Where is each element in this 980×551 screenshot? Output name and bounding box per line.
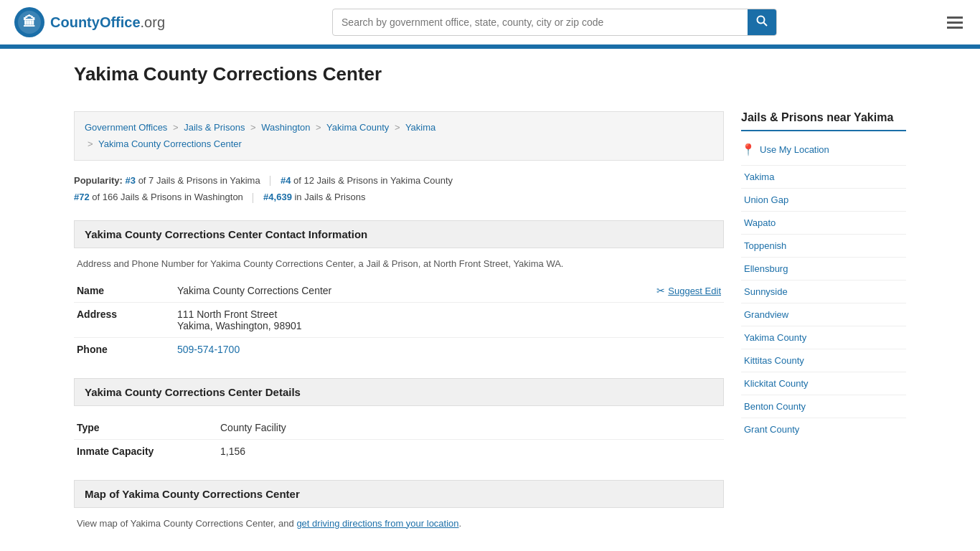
details-type-row: Type County Facility <box>74 416 724 440</box>
use-location-link[interactable]: Use My Location <box>760 144 829 155</box>
popularity-rank3-of: of 166 Jails & Prisons in Washington <box>92 192 243 202</box>
sidebar-link-benton-county[interactable]: Benton County <box>741 395 906 418</box>
menu-button[interactable] <box>944 14 966 32</box>
sidebar-link-item: Yakima <box>741 165 906 188</box>
phone-label: Phone <box>74 337 174 361</box>
address-line1: 111 North Front Street <box>177 309 277 320</box>
search-input[interactable] <box>333 11 748 34</box>
sidebar-link-yakima[interactable]: Yakima <box>741 166 906 188</box>
details-capacity-row: Inmate Capacity 1,156 <box>74 439 724 463</box>
search-icon <box>756 15 768 27</box>
driving-directions-link[interactable]: get driving directions from your locatio… <box>296 518 458 529</box>
breadcrumb-washington[interactable]: Washington <box>261 122 310 133</box>
use-location-area: 📍 Use My Location <box>741 143 906 156</box>
breadcrumb-jails-prisons[interactable]: Jails & Prisons <box>184 122 245 133</box>
logo-area: 🏛 CountyOffice.org <box>14 7 165 37</box>
edit-icon: ✂ <box>656 285 665 296</box>
popularity-rank4: #4,639 <box>263 192 292 202</box>
page-title-area: Yakima County Corrections Center <box>60 63 920 85</box>
contact-section: Yakima County Corrections Center Contact… <box>74 220 724 361</box>
popularity-rank1-of: of 7 Jails & Prisons in Yakima <box>138 175 260 186</box>
search-bar <box>332 9 777 36</box>
location-icon: 📍 <box>741 143 755 156</box>
phone-link[interactable]: 509-574-1700 <box>177 344 240 355</box>
name-label: Name <box>74 279 174 303</box>
name-value: Yakima County Corrections Center ✂Sugges… <box>174 279 724 303</box>
sidebar-link-item: Klickitat County <box>741 372 906 395</box>
popularity-rank2: #4 <box>281 175 291 186</box>
sidebar-link-item: Grant County <box>741 418 906 441</box>
breadcrumb: Government Offices > Jails & Prisons > W… <box>74 111 724 161</box>
suggest-edit-button[interactable]: ✂Suggest Edit <box>656 285 721 296</box>
map-description: View map of Yakima County Corrections Ce… <box>74 518 724 529</box>
address-label: Address <box>74 302 174 337</box>
main-container: Government Offices > Jails & Prisons > W… <box>60 97 920 551</box>
sidebar-link-item: Wapato <box>741 211 906 234</box>
details-section-header: Yakima County Corrections Center Details <box>74 378 724 406</box>
logo-icon: 🏛 <box>14 7 44 37</box>
breadcrumb-yakima[interactable]: Yakima <box>405 122 435 133</box>
content-area: Government Offices > Jails & Prisons > W… <box>74 111 724 546</box>
sidebar-link-item: Union Gap <box>741 188 906 211</box>
sidebar-link-item: Toppenish <box>741 234 906 257</box>
breadcrumb-sep-3: > <box>316 122 321 133</box>
capacity-label: Inmate Capacity <box>74 439 217 463</box>
contact-table: Name Yakima County Corrections Center ✂S… <box>74 279 724 361</box>
sidebar-link-item: Sunnyside <box>741 280 906 303</box>
sidebar-link-item: Ellensburg <box>741 257 906 280</box>
sidebar-link-item: Grandview <box>741 303 906 326</box>
sidebar-link-item: Benton County <box>741 395 906 418</box>
breadcrumb-sep-2: > <box>250 122 256 133</box>
menu-line-3 <box>947 27 963 29</box>
header-divider <box>0 47 980 49</box>
svg-line-4 <box>764 23 768 27</box>
sidebar-link-union-gap[interactable]: Union Gap <box>741 189 906 211</box>
svg-text:🏛: 🏛 <box>23 14 36 29</box>
breadcrumb-sep-5: > <box>88 138 93 149</box>
site-header: 🏛 CountyOffice.org <box>0 0 980 47</box>
breadcrumb-government-offices[interactable]: Government Offices <box>85 122 167 133</box>
popularity-rank2-of: of 12 Jails & Prisons in Yakima County <box>293 175 453 186</box>
sidebar-link-wapato[interactable]: Wapato <box>741 212 906 234</box>
sidebar-link-yakima-county[interactable]: Yakima County <box>741 326 906 349</box>
sidebar-link-grant-county[interactable]: Grant County <box>741 418 906 441</box>
popularity-label: Popularity: <box>74 175 123 186</box>
sidebar-title: Jails & Prisons near Yakima <box>741 111 906 131</box>
popularity-rank3: #72 <box>74 192 90 202</box>
menu-line-1 <box>947 17 963 19</box>
breadcrumb-yakima-county[interactable]: Yakima County <box>326 122 389 133</box>
map-section-header: Map of Yakima County Corrections Center <box>74 480 724 508</box>
contact-phone-row: Phone 509-574-1700 <box>74 337 724 361</box>
phone-value: 509-574-1700 <box>174 337 724 361</box>
popularity-rank4-of: in Jails & Prisons <box>294 192 365 202</box>
sidebar-link-sunnyside[interactable]: Sunnyside <box>741 281 906 303</box>
menu-line-2 <box>947 22 963 24</box>
contact-address-row: Address 111 North Front Street Yakima, W… <box>74 302 724 337</box>
breadcrumb-current[interactable]: Yakima County Corrections Center <box>98 138 242 149</box>
popularity-section: Popularity: #3 of 7 Jails & Prisons in Y… <box>74 172 724 206</box>
capacity-value: 1,156 <box>217 439 724 463</box>
popularity-separator-1 <box>270 176 270 186</box>
address-value: 111 North Front Street Yakima, Washingto… <box>174 302 724 337</box>
type-label: Type <box>74 416 217 440</box>
contact-section-header: Yakima County Corrections Center Contact… <box>74 220 724 248</box>
contact-description: Address and Phone Number for Yakima Coun… <box>74 258 724 269</box>
sidebar-link-klickitat-county[interactable]: Klickitat County <box>741 372 906 395</box>
contact-name-row: Name Yakima County Corrections Center ✂S… <box>74 279 724 303</box>
sidebar-link-item: Yakima County <box>741 326 906 349</box>
sidebar-link-grandview[interactable]: Grandview <box>741 303 906 326</box>
sidebar-link-ellensburg[interactable]: Ellensburg <box>741 258 906 280</box>
page-title: Yakima County Corrections Center <box>74 63 906 85</box>
search-button[interactable] <box>748 9 776 35</box>
sidebar-links-list: YakimaUnion GapWapatoToppenishEllensburg… <box>741 165 906 441</box>
popularity-separator-2 <box>253 193 253 203</box>
details-section: Yakima County Corrections Center Details… <box>74 378 724 463</box>
sidebar-link-item: Kittitas County <box>741 349 906 372</box>
breadcrumb-sep-1: > <box>173 122 179 133</box>
address-line2: Yakima, Washington, 98901 <box>177 320 302 331</box>
sidebar-link-toppenish[interactable]: Toppenish <box>741 235 906 257</box>
details-table: Type County Facility Inmate Capacity 1,1… <box>74 416 724 463</box>
sidebar: Jails & Prisons near Yakima 📍 Use My Loc… <box>741 111 906 546</box>
sidebar-link-kittitas-county[interactable]: Kittitas County <box>741 349 906 372</box>
svg-point-3 <box>758 17 765 24</box>
